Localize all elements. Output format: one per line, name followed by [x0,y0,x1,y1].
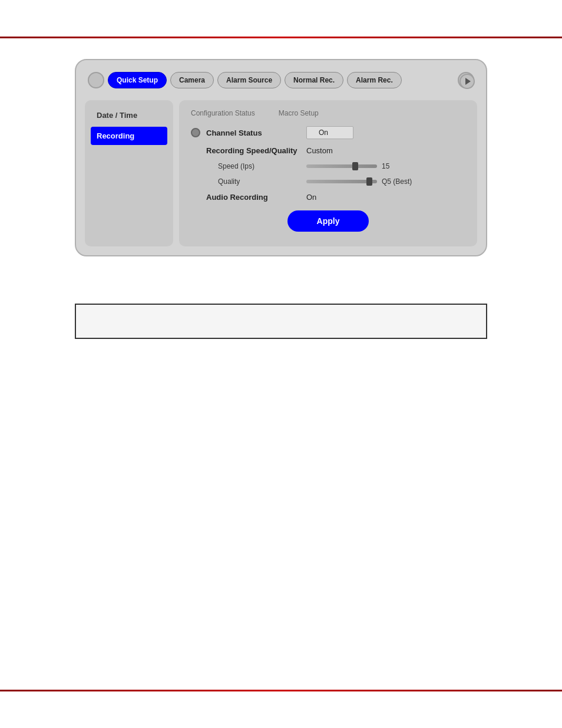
body-area: Date / Time Recording Configuration Stat… [85,100,477,246]
tab-camera[interactable]: Camera [170,72,214,88]
audio-recording-label: Audio Recording [206,193,300,202]
nav-left-circle[interactable] [88,72,104,88]
sidebar-item-date-time[interactable]: Date / Time [91,106,167,124]
recording-speed-quality-row: Recording Speed/Quality Custom [191,146,465,155]
quality-row: Quality Q5 (Best) [191,177,465,186]
channel-status-label: Channel Status [206,129,300,137]
tab-alarm-rec[interactable]: Alarm Rec. [347,72,402,88]
channel-status-row: Channel Status On [191,126,465,139]
apply-button[interactable]: Apply [287,210,369,232]
tab-bar: Quick Setup Camera Alarm Source Normal R… [85,69,477,91]
recording-speed-quality-value: Custom [306,146,333,155]
text-box[interactable] [75,304,487,339]
quality-slider-track[interactable] [306,180,377,183]
speed-value: 15 [382,162,389,170]
quality-slider-thumb[interactable] [366,177,372,186]
tab-quick-setup[interactable]: Quick Setup [108,72,167,88]
tab-alarm-source[interactable]: Alarm Source [217,72,281,88]
text-box-section [75,304,487,339]
speed-row: Speed (Ips) 15 [191,162,465,170]
main-panel: Quick Setup Camera Alarm Source Normal R… [75,59,487,256]
speed-slider-track[interactable] [306,164,377,168]
nav-right-circle[interactable] [458,72,474,88]
content-panel: Configuration Status Macro Setup Channel… [179,100,477,246]
quality-label: Quality [206,177,300,186]
tab-normal-rec[interactable]: Normal Rec. [285,72,343,88]
recording-speed-quality-label: Recording Speed/Quality [206,146,300,155]
speed-slider-thumb[interactable] [352,162,358,170]
channel-status-indicator [191,128,200,137]
bottom-decorative-line [0,690,562,691]
speed-label: Speed (Ips) [206,162,300,170]
quality-slider-container: Q5 (Best) [306,177,412,186]
content-header: Configuration Status Macro Setup [191,109,465,117]
speed-slider-container: 15 [306,162,389,170]
quality-value: Q5 (Best) [382,177,412,186]
config-status-label: Configuration Status [191,109,255,117]
sidebar-item-recording[interactable]: Recording [91,127,167,145]
top-decorative-line [0,37,562,38]
macro-setup-label: Macro Setup [279,109,319,117]
audio-recording-row: Audio Recording On [191,193,465,202]
channel-status-value[interactable]: On [306,126,353,139]
sidebar: Date / Time Recording [85,100,173,246]
audio-recording-value: On [306,193,316,202]
